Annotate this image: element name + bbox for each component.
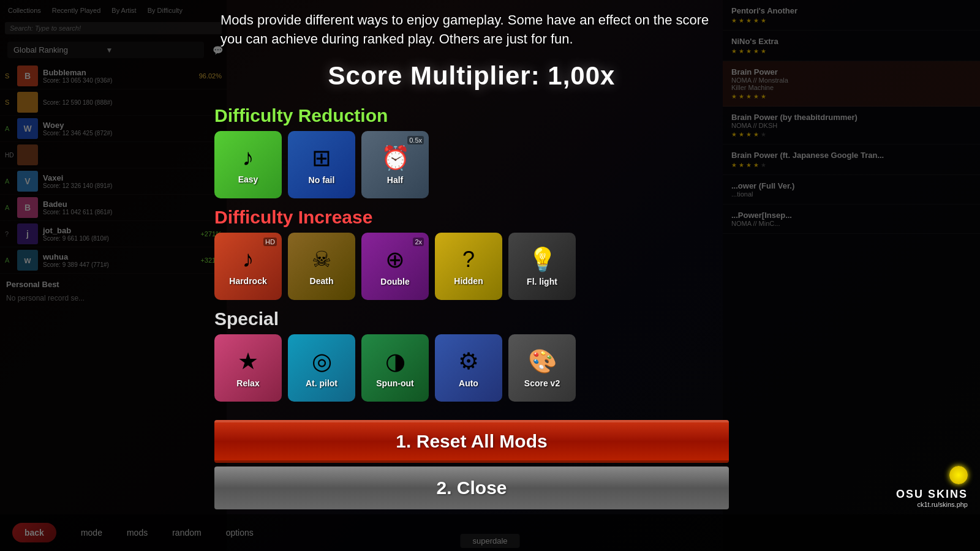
hardrock-icon: ♪: [243, 246, 254, 272]
mod-death-label: Death: [310, 276, 334, 286]
mod-scorev2-button[interactable]: 🎨 Score v2: [508, 334, 576, 402]
mod-hardrock-label: Hardrock: [229, 276, 266, 286]
difficulty-reduction-row: ♪ Easy ⊞ No fail 0.5x ⏰ Half: [208, 131, 735, 204]
flashlight-icon: 💡: [528, 246, 557, 273]
reset-label: 1. Reset All Mods: [396, 431, 547, 452]
watermark: OSU SKINS ck1t.ru/skins.php: [896, 466, 968, 508]
special-label: Special: [208, 306, 735, 334]
mod-double-button[interactable]: 2x ⊕ Double: [361, 233, 429, 300]
death-icon: ☠: [312, 247, 331, 272]
watermark-title: OSU SKINS: [896, 488, 968, 501]
mod-half-button[interactable]: 0.5x ⏰ Half: [361, 131, 429, 198]
double-badge: 2x: [413, 238, 424, 246]
hidden-icon: ?: [462, 247, 475, 272]
score-multiplier: Score Multiplier: 1,00x: [208, 55, 735, 103]
mod-nofail-button[interactable]: ⊞ No fail: [288, 131, 355, 198]
action-buttons: 1. Reset All Mods 2. Close: [214, 420, 729, 509]
mod-relax-label: Relax: [236, 378, 259, 388]
scorev2-icon: 🎨: [528, 348, 557, 375]
special-row: ★ Relax ◎ At. pilot ◑ Spun-out ⚙ Auto 🎨 …: [208, 334, 735, 408]
half-badge: 0.5x: [407, 136, 424, 144]
reset-all-mods-button[interactable]: 1. Reset All Mods: [214, 420, 729, 463]
auto-icon: ⚙: [458, 348, 479, 375]
mod-auto-button[interactable]: ⚙ Auto: [435, 334, 502, 402]
spunout-icon: ◑: [385, 348, 405, 375]
mod-double-label: Double: [380, 277, 409, 287]
close-button[interactable]: 2. Close: [214, 467, 729, 509]
mods-description: Mods provide different ways to enjoy gam…: [208, 0, 735, 55]
mods-panel: Mods provide different ways to enjoy gam…: [208, 0, 735, 509]
mod-hidden-button[interactable]: ? Hidden: [435, 233, 502, 300]
mod-relax-button[interactable]: ★ Relax: [214, 334, 282, 402]
mod-scorev2-label: Score v2: [524, 378, 560, 388]
relax-icon: ★: [238, 348, 258, 375]
mod-easy-label: Easy: [238, 174, 258, 184]
mod-easy-button[interactable]: ♪ Easy: [214, 131, 282, 198]
autopilot-icon: ◎: [312, 348, 332, 375]
mod-half-label: Half: [387, 175, 403, 185]
mod-spunout-label: Spun-out: [376, 378, 413, 388]
mod-spunout-button[interactable]: ◑ Spun-out: [361, 334, 429, 402]
mod-autopilot-label: At. pilot: [306, 378, 337, 388]
difficulty-increase-row: HD ♪ Hardrock ☠ Death 2x ⊕ Double ? Hidd…: [208, 233, 735, 306]
difficulty-reduction-label: Difficulty Reduction: [208, 103, 735, 131]
mod-auto-label: Auto: [459, 378, 478, 388]
mod-hardrock-button[interactable]: HD ♪ Hardrock: [214, 233, 282, 300]
watermark-circle: [949, 466, 968, 484]
close-label: 2. Close: [436, 478, 507, 498]
score-multiplier-label: Score Multiplier:: [328, 61, 540, 90]
mod-flashlight-button[interactable]: 💡 Fl. light: [508, 233, 576, 300]
mod-death-button[interactable]: ☠ Death: [288, 233, 355, 300]
hardrock-badge: HD: [263, 238, 277, 246]
score-multiplier-value: 1,00x: [548, 61, 615, 90]
mod-nofail-label: No fail: [309, 175, 335, 185]
nofail-icon: ⊞: [312, 144, 331, 171]
watermark-url: ck1t.ru/skins.php: [896, 501, 968, 508]
mod-hidden-label: Hidden: [454, 276, 483, 286]
half-icon: ⏰: [381, 144, 410, 171]
mod-flashlight-label: Fl. light: [527, 277, 557, 287]
double-icon: ⊕: [385, 246, 405, 273]
easy-icon: ♪: [243, 144, 254, 171]
difficulty-increase-label: Difficulty Increase: [208, 204, 735, 233]
mod-autopilot-button[interactable]: ◎ At. pilot: [288, 334, 355, 402]
